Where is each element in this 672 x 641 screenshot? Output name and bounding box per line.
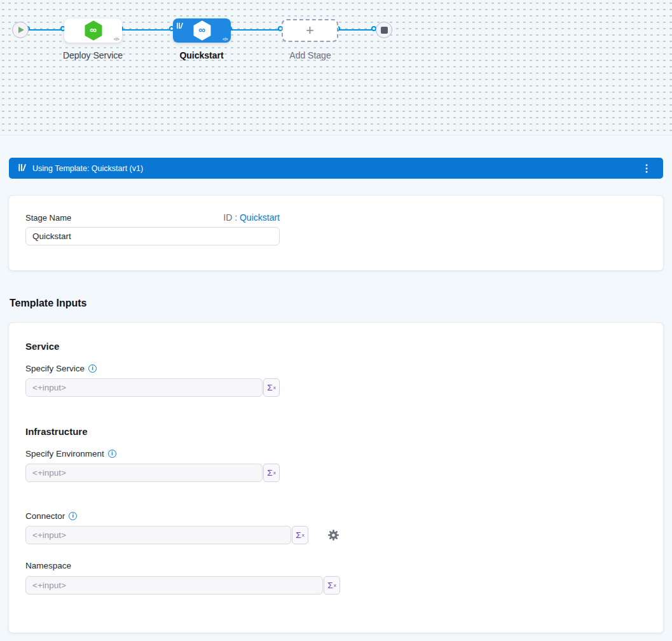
specify-service-input[interactable] bbox=[25, 378, 263, 397]
edge-line bbox=[122, 29, 173, 31]
section-service: Service bbox=[25, 341, 647, 352]
add-stage-button[interactable]: + bbox=[282, 19, 338, 42]
namespace-label: Namespace bbox=[25, 561, 647, 570]
connector-label: Connector i bbox=[25, 511, 647, 521]
edge-line bbox=[29, 29, 64, 31]
info-icon[interactable]: i bbox=[88, 364, 97, 373]
code-icon: </> bbox=[223, 37, 228, 41]
node-label-quickstart: Quickstart bbox=[157, 50, 246, 60]
pipeline-end-node[interactable] bbox=[376, 22, 392, 38]
template-icon bbox=[18, 163, 26, 174]
stage-node-deploy-service[interactable]: ∞ </> bbox=[64, 18, 122, 43]
banner-text: Using Template: Quickstart (v1) bbox=[32, 164, 639, 173]
namespace-input[interactable] bbox=[25, 576, 323, 595]
expression-button[interactable]: Σx bbox=[263, 378, 280, 397]
node-label-deploy-service: Deploy Service bbox=[48, 50, 137, 60]
pipeline-canvas[interactable]: ∞ </> ∞ </> + Deploy Service Quickstart … bbox=[0, 0, 672, 135]
edge-line bbox=[339, 29, 376, 31]
stage-name-label: Stage Name bbox=[25, 213, 71, 223]
expression-button[interactable]: Σx bbox=[292, 526, 308, 544]
stage-node-quickstart[interactable]: ∞ </> bbox=[173, 18, 231, 43]
connector-settings-gear-icon[interactable] bbox=[327, 529, 339, 541]
stage-name-input[interactable] bbox=[25, 227, 280, 245]
stage-id: ID : Quickstart bbox=[223, 212, 280, 223]
section-infrastructure: Infrastructure bbox=[25, 426, 647, 437]
expression-button[interactable]: Σx bbox=[263, 464, 280, 482]
kebab-menu-icon[interactable]: ⋮ bbox=[639, 163, 654, 174]
harness-cd-icon: ∞ bbox=[85, 20, 102, 41]
expression-button[interactable]: Σx bbox=[324, 576, 340, 595]
specify-service-label: Specify Service i bbox=[25, 364, 647, 373]
info-icon[interactable]: i bbox=[69, 512, 77, 520]
plus-icon: + bbox=[306, 24, 314, 38]
node-label-add-stage: Add Stage bbox=[266, 50, 355, 60]
connector-input[interactable] bbox=[25, 526, 291, 544]
specify-environment-label: Specify Environment i bbox=[25, 449, 647, 458]
specify-environment-input[interactable] bbox=[25, 464, 263, 482]
stage-name-card: Stage Name ID : Quickstart bbox=[9, 196, 663, 270]
using-template-banner: Using Template: Quickstart (v1) ⋮ bbox=[9, 158, 663, 179]
template-inputs-card: Service Specify Service i Σx Infrastruct… bbox=[9, 323, 663, 633]
play-icon bbox=[18, 27, 24, 33]
code-icon: </> bbox=[114, 37, 119, 41]
info-icon[interactable]: i bbox=[108, 450, 116, 458]
edge-line bbox=[231, 29, 282, 31]
pipeline-start-node[interactable] bbox=[12, 22, 29, 38]
template-icon bbox=[176, 20, 183, 32]
stop-icon bbox=[381, 27, 388, 34]
stage-id-link[interactable]: Quickstart bbox=[240, 212, 280, 223]
template-inputs-heading: Template Inputs bbox=[10, 298, 663, 309]
harness-cd-icon: ∞ bbox=[193, 20, 211, 41]
stage-config-panel: Using Template: Quickstart (v1) ⋮ Stage … bbox=[0, 135, 672, 641]
